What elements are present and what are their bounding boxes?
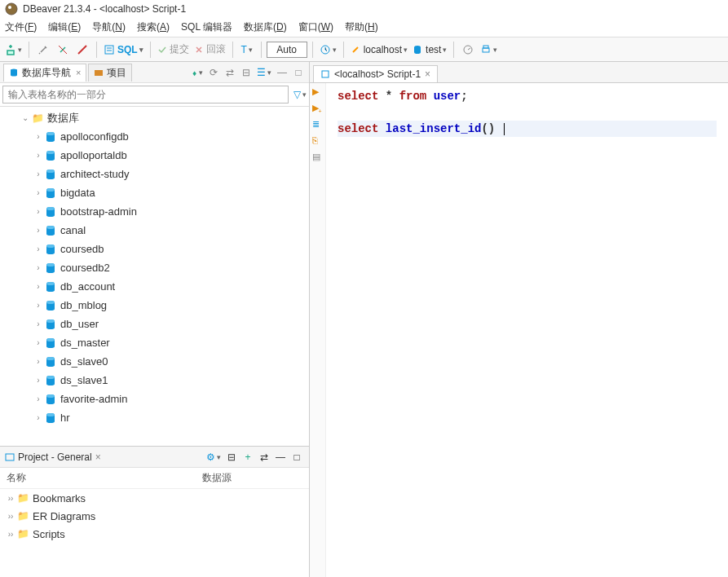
minimize-icon[interactable]: —: [273, 450, 288, 465]
execute-script-icon[interactable]: ▶+: [312, 103, 324, 114]
transaction-log-icon[interactable]: ▾: [318, 41, 338, 59]
tab-projects[interactable]: 项目: [88, 64, 132, 81]
tree-db-item[interactable]: db_account: [0, 277, 309, 296]
gear-icon[interactable]: ⚙▾: [205, 450, 223, 465]
menu-nav[interactable]: 导航(N): [92, 20, 126, 34]
tree-db-item[interactable]: ds_master: [0, 333, 309, 352]
menu-window[interactable]: 窗口(W): [298, 20, 333, 34]
print-icon[interactable]: ▾: [479, 41, 499, 59]
tree-db-item[interactable]: canal: [0, 221, 309, 240]
link-icon[interactable]: ⇄: [257, 450, 271, 465]
close-icon[interactable]: ×: [76, 68, 81, 77]
database-navigator-panel: 数据库导航× 项目 ⬧▾ ⟳ ⇄ ⊟ ☰▾ — □ ▽▾: [0, 62, 309, 447]
view-menu-icon[interactable]: ☰▾: [255, 65, 273, 80]
svg-point-17: [46, 188, 55, 192]
svg-point-33: [46, 338, 55, 341]
tree-db-item[interactable]: bootstrap-admin: [0, 202, 309, 221]
svg-point-0: [6, 3, 17, 15]
tree-db-item[interactable]: db_user: [0, 315, 309, 333]
sql-editor[interactable]: select * from user; select last_insert_i…: [326, 83, 728, 577]
menu-database[interactable]: 数据库(D): [244, 20, 287, 34]
menu-edit[interactable]: 编辑(E): [48, 20, 81, 34]
tree-db-item[interactable]: apolloconfigdb: [0, 127, 309, 146]
connect-icon[interactable]: [34, 41, 52, 59]
title-bar: DBeaver 21.3.4 - <localhost> Script-1: [0, 0, 728, 18]
tree-db-item[interactable]: apolloportaldb: [0, 146, 309, 165]
svg-rect-43: [322, 71, 329, 77]
svg-point-35: [46, 357, 55, 360]
close-icon[interactable]: ×: [95, 451, 101, 463]
tree-folder-databases[interactable]: 📁 数据库: [0, 108, 309, 127]
transaction-mode-icon[interactable]: T▾: [238, 41, 256, 59]
svg-point-37: [46, 376, 55, 379]
tree-db-item[interactable]: architect-study: [0, 165, 309, 183]
refresh-icon[interactable]: ⟳: [206, 65, 221, 80]
connection-select[interactable]: localhost▾: [349, 41, 409, 59]
svg-point-25: [46, 263, 55, 266]
tree-db-item[interactable]: favorite-admin: [0, 390, 309, 408]
close-icon[interactable]: ×: [425, 68, 430, 80]
execute-icon[interactable]: ▶: [312, 86, 324, 98]
invalidate-icon[interactable]: [73, 41, 91, 59]
new-connection-icon[interactable]: ▾: [3, 41, 24, 59]
disconnect-icon[interactable]: [54, 41, 72, 59]
new-conn-icon[interactable]: ⬧▾: [190, 65, 205, 80]
svg-point-41: [46, 413, 55, 416]
svg-point-19: [46, 207, 55, 210]
execute-new-tab-icon[interactable]: ⎘: [312, 135, 324, 147]
svg-rect-6: [483, 48, 489, 52]
svg-point-15: [46, 170, 55, 173]
menu-help[interactable]: 帮助(H): [345, 20, 378, 34]
project-item[interactable]: ›📁Bookmarks: [0, 489, 309, 507]
sql-editor-button[interactable]: SQL▾: [102, 41, 145, 59]
tree-db-item[interactable]: ds_slave0: [0, 352, 309, 371]
svg-rect-7: [483, 46, 488, 48]
explain-icon[interactable]: ≣: [312, 119, 324, 130]
menu-file[interactable]: 文件(F): [5, 20, 37, 34]
app-icon: [5, 2, 18, 15]
project-item[interactable]: ›📁ER Diagrams: [0, 507, 309, 525]
tree-db-item[interactable]: coursedb: [0, 240, 309, 258]
maximize-icon[interactable]: □: [289, 450, 304, 465]
svg-point-11: [46, 132, 55, 135]
main-toolbar: ▾ SQL▾ 提交 回滚 T▾ Auto ▾ localhost▾ test▾ …: [0, 37, 728, 62]
tree-db-item[interactable]: ds_slave1: [0, 371, 309, 390]
tree-db-item[interactable]: coursedb2: [0, 258, 309, 277]
svg-point-23: [46, 244, 55, 248]
minimize-icon[interactable]: —: [275, 65, 289, 80]
rollback-button[interactable]: 回滚: [192, 41, 227, 59]
maximize-icon[interactable]: □: [291, 65, 306, 80]
menu-bar: 文件(F) 编辑(E) 导航(N) 搜索(A) SQL 编辑器 数据库(D) 窗…: [0, 18, 728, 37]
collapse-icon[interactable]: ⊟: [239, 65, 254, 80]
editor-tab-script1[interactable]: <localhost> Script-1 ×: [313, 65, 438, 82]
svg-rect-9: [95, 70, 103, 76]
text-cursor: [504, 123, 505, 135]
svg-point-29: [46, 301, 55, 304]
dashboard-icon[interactable]: [459, 41, 477, 59]
database-select[interactable]: test▾: [411, 41, 448, 59]
add-icon[interactable]: +: [240, 450, 255, 465]
tree-db-item[interactable]: db_mblog: [0, 296, 309, 315]
svg-point-39: [46, 394, 55, 398]
project-tree[interactable]: ›📁Bookmarks›📁ER Diagrams›📁Scripts: [0, 489, 309, 577]
menu-sql-editor[interactable]: SQL 编辑器: [181, 20, 232, 34]
database-tree[interactable]: 📁 数据库 apolloconfigdbapolloportaldbarchit…: [0, 107, 309, 446]
collapse-all-icon[interactable]: ⊟: [224, 450, 239, 465]
filter-input[interactable]: [2, 86, 289, 104]
svg-point-21: [46, 226, 55, 229]
link-editor-icon[interactable]: ⇄: [223, 65, 237, 80]
filter-icon[interactable]: ▽▾: [291, 86, 309, 104]
commit-button[interactable]: 提交: [156, 41, 191, 59]
editor-gutter: ▶ ▶+ ≣ ⎘ ▤: [310, 83, 326, 577]
svg-point-13: [46, 151, 55, 154]
commit-mode-select[interactable]: Auto: [267, 42, 307, 58]
tree-db-item[interactable]: bigdata: [0, 183, 309, 202]
project-item[interactable]: ›📁Scripts: [0, 525, 309, 543]
svg-point-1: [8, 6, 11, 9]
menu-search[interactable]: 搜索(A): [137, 20, 170, 34]
tree-db-item[interactable]: hr: [0, 408, 309, 427]
svg-rect-42: [6, 454, 14, 460]
show-plan-icon[interactable]: ▤: [312, 152, 324, 163]
col-datasource: 数据源: [202, 471, 232, 485]
tab-db-navigator[interactable]: 数据库导航×: [3, 64, 86, 81]
